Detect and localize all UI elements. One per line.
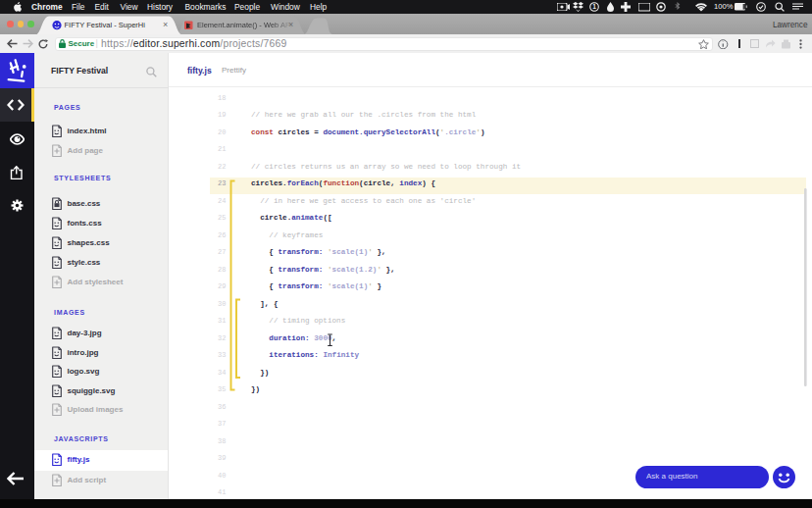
svg-text:1: 1: [592, 3, 596, 10]
